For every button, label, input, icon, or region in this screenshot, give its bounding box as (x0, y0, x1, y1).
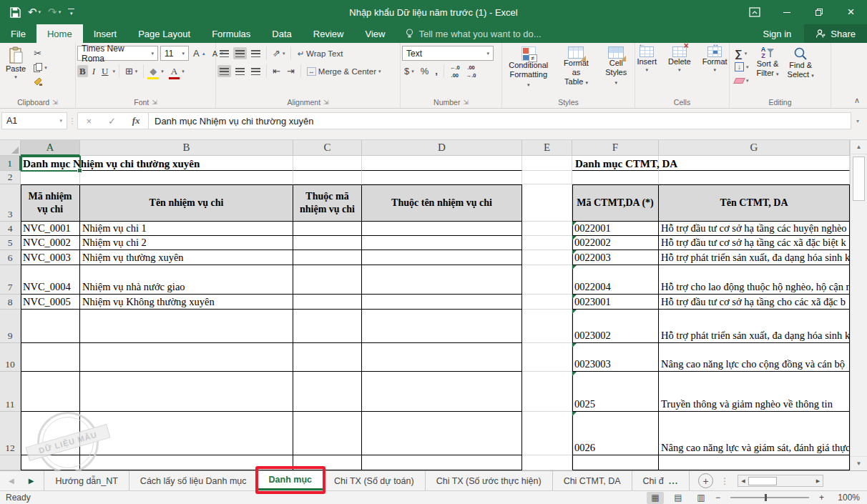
cell-F2[interactable] (572, 171, 659, 184)
find-select-button[interactable]: Find & Select ▾ (783, 44, 818, 81)
autosum-button[interactable]: ∑▾ (733, 47, 751, 59)
cell-B3[interactable]: Tên nhiệm vụ chi (80, 184, 293, 222)
cell-G3[interactable]: Tên CTMT, DA (659, 184, 850, 222)
menu-tab-insert[interactable]: Insert (83, 24, 128, 43)
cell-E9[interactable] (522, 310, 572, 343)
cell-E2[interactable] (522, 171, 572, 184)
sheet-nav-left-arrow[interactable]: ◀ (9, 477, 14, 485)
cell-G7[interactable]: Hỗ trợ cho lao động thuộc hộ nghèo, hộ c… (659, 265, 850, 295)
menu-tab-home[interactable]: Home (36, 24, 83, 43)
cell-E11[interactable] (522, 372, 572, 412)
format-as-table-button[interactable]: Format as Table ▾ (554, 44, 597, 89)
bold-button[interactable]: B (77, 65, 88, 77)
row-header-5[interactable]: 5 (0, 236, 21, 250)
row-header-10[interactable]: 10 (0, 343, 21, 372)
cell-D2[interactable] (362, 171, 522, 184)
cell-A2[interactable] (21, 171, 80, 184)
cell-B13[interactable] (80, 455, 293, 470)
conditional-formatting-button[interactable]: ≠ Conditional Formatting ▾ (504, 44, 553, 92)
font-name-combo[interactable]: Times New Roma▾ (77, 46, 158, 61)
cell-F1[interactable] (572, 156, 659, 171)
fill-color-button[interactable]: ◆ (147, 65, 159, 77)
cell-D10[interactable] (362, 343, 522, 372)
undo-caret[interactable]: ▾ (39, 9, 41, 15)
cell-D7[interactable] (362, 265, 522, 295)
cell-G10[interactable]: Nâng cao năng lực cho cộng đồng và cán b… (659, 343, 850, 372)
cell-C10[interactable] (293, 343, 362, 372)
font-size-combo[interactable]: 11▾ (160, 46, 189, 61)
paste-button[interactable]: Paste ▾ (1, 44, 30, 83)
cell-B4[interactable]: Nhiệm vụ chi 1 (80, 222, 293, 236)
cell-A10[interactable] (21, 343, 80, 372)
row-header-7[interactable]: 7 (0, 265, 21, 295)
cell-D13[interactable] (362, 455, 522, 470)
cell-E13[interactable] (522, 455, 572, 470)
number-format-combo[interactable]: Text▾ (402, 46, 494, 61)
cell-A3[interactable]: Mã nhiệm vụ chi (21, 184, 80, 222)
cell-styles-button[interactable]: Cell Styles ▾ (599, 44, 633, 89)
cell-E5[interactable] (522, 236, 572, 250)
cell-G6[interactable]: Hỗ trợ phát triển sản xuất, đa dạng hóa … (659, 250, 850, 265)
comma-style-button[interactable]: , (433, 65, 440, 77)
name-box[interactable]: A1▾ (1, 112, 67, 129)
zoom-level[interactable]: 100% (830, 493, 860, 503)
cell-G13[interactable] (659, 455, 850, 470)
decrease-decimal-button[interactable]: .00→.0 (464, 65, 479, 77)
format-painter-button[interactable] (31, 76, 49, 88)
cell-D12[interactable] (362, 412, 522, 455)
formula-input[interactable]: Danh mục Nhiệm vụ chi thường xuyên (149, 112, 851, 129)
cell-E4[interactable] (522, 222, 572, 236)
cell-C8[interactable] (293, 295, 362, 310)
row-header-3[interactable]: 3 (0, 184, 21, 222)
align-top-button[interactable] (217, 47, 231, 59)
cell-D6[interactable] (362, 250, 522, 265)
font-color-button[interactable]: A (169, 65, 180, 77)
cancel-icon[interactable]: × (86, 116, 92, 127)
zoom-slider[interactable] (730, 497, 809, 498)
cell-B12[interactable] (80, 412, 293, 455)
sheet-nav-right-arrow[interactable]: ▶ (29, 477, 34, 485)
percent-button[interactable]: % (418, 65, 431, 77)
zoom-out-button[interactable]: − (715, 493, 720, 503)
restore-button[interactable] (803, 0, 835, 24)
fill-color-caret-icon[interactable]: ▾ (161, 69, 164, 74)
insert-function-icon[interactable]: fx (132, 115, 140, 127)
cell-D9[interactable] (362, 310, 522, 343)
align-right-button[interactable] (249, 65, 263, 77)
scroll-down-arrow[interactable]: ▼ (851, 456, 867, 470)
row-header-13[interactable] (0, 455, 21, 470)
cell-G5[interactable]: Hỗ trợ đầu tư cơ sở hạ tầng các xã đặc b… (659, 236, 850, 250)
fill-button[interactable]: ↓▾ (733, 61, 751, 73)
cell-D1[interactable] (362, 156, 522, 171)
cell-A13[interactable] (21, 455, 80, 470)
cell-C1[interactable] (293, 156, 362, 171)
font-dialog-launcher[interactable]: ⇲ (152, 99, 157, 106)
copy-button[interactable]: ▾ (31, 61, 49, 74)
new-sheet-button[interactable]: + (698, 473, 713, 488)
page-break-view-button[interactable]: ▥ (692, 492, 710, 504)
row-header-12[interactable]: 12 (0, 412, 21, 455)
cell-A6[interactable]: NVC_0003 (21, 250, 80, 265)
sheet-tab-chi-ctmt-da[interactable]: Chi CTMT, DA (553, 471, 632, 490)
sheet-tab-chi-tx-s-c-th-c-hi-n-[interactable]: Chi TX (Số ước thực hiện) (426, 471, 553, 490)
cell-B8[interactable]: Nhiệm vụ Không thường xuyên (80, 295, 293, 310)
zoom-in-button[interactable]: + (819, 493, 824, 503)
sheet-tab-c-ch-l-y-s-li-u-danh-m-c[interactable]: Cách lấy số liệu Danh mục (129, 471, 258, 490)
menu-tab-review[interactable]: Review (303, 24, 355, 43)
cell-G4[interactable]: Hỗ trợ đầu tư cơ sở hạ tầng các huyện ng… (659, 222, 850, 236)
increase-decimal-button[interactable]: ←.0.00 (448, 65, 462, 77)
expand-formula-bar-button[interactable]: ▾ (851, 112, 864, 129)
alignment-dialog-launcher[interactable]: ⇲ (323, 99, 329, 106)
cell-B10[interactable] (80, 343, 293, 372)
row-header-8[interactable]: 8 (0, 295, 21, 310)
increase-indent-button[interactable]: ⇥ (285, 65, 297, 77)
cell-E10[interactable] (522, 343, 572, 372)
cell-E7[interactable] (522, 265, 572, 295)
cell-G11[interactable]: Truyền thông và giảm nghèo về thông tin (659, 372, 850, 412)
cell-A4[interactable]: NVC_0001 (21, 222, 80, 236)
underline-button[interactable]: U (99, 65, 110, 77)
undo-button[interactable]: ↶▾ (28, 6, 41, 19)
cell-E1[interactable] (522, 156, 572, 171)
cell-F4[interactable]: 0022001 (572, 222, 659, 236)
cell-C12[interactable] (293, 412, 362, 455)
